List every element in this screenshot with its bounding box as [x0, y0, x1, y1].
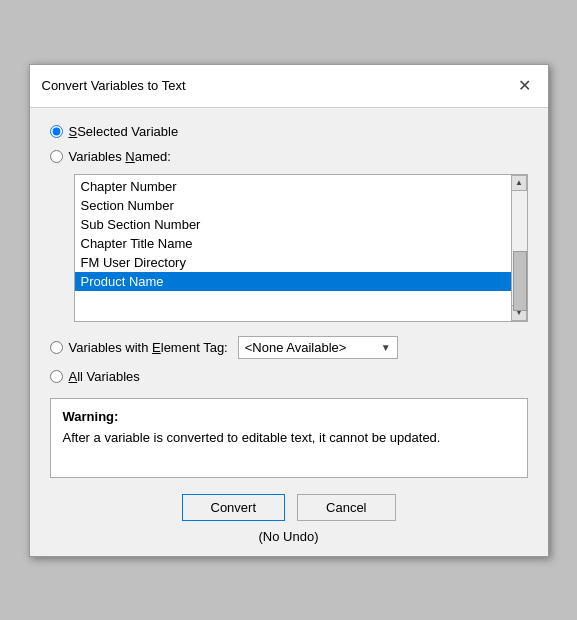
- variables-named-label[interactable]: Variables Named:: [69, 149, 171, 164]
- list-item[interactable]: Chapter Title Name: [75, 234, 511, 253]
- variables-named-row: Variables Named:: [50, 149, 528, 164]
- warning-box: Warning: After a variable is converted t…: [50, 398, 528, 478]
- dialog-title: Convert Variables to Text: [42, 78, 186, 93]
- list-item[interactable]: Chapter Number: [75, 177, 511, 196]
- selected-variable-underline: S: [69, 124, 78, 139]
- selected-variable-label[interactable]: SSelected Variable: [69, 124, 179, 139]
- element-tag-label[interactable]: Variables with Element Tag:: [69, 340, 228, 355]
- dropdown-arrow-icon: ▼: [381, 342, 391, 353]
- list-item[interactable]: Section Number: [75, 196, 511, 215]
- element-tag-row: Variables with Element Tag: <None Availa…: [50, 336, 528, 359]
- dialog-body: SSelected Variable Variables Named: Chap…: [30, 108, 548, 556]
- selected-variable-text: Selected Variable: [77, 124, 178, 139]
- cancel-button[interactable]: Cancel: [297, 494, 395, 521]
- warning-title: Warning:: [63, 409, 515, 424]
- list-item[interactable]: Sub Section Number: [75, 215, 511, 234]
- warning-text: After a variable is converted to editabl…: [63, 428, 515, 448]
- all-underline: A: [69, 369, 78, 384]
- variables-named-radio[interactable]: [50, 150, 63, 163]
- selected-variable-radio[interactable]: [50, 125, 63, 138]
- element-tag-radio[interactable]: [50, 341, 63, 354]
- variables-listbox-container: Chapter Number Section Number Sub Sectio…: [74, 174, 528, 322]
- element-tag-dropdown[interactable]: <None Available> ▼: [238, 336, 398, 359]
- no-undo-label: (No Undo): [50, 529, 528, 544]
- title-bar: Convert Variables to Text ✕: [30, 65, 548, 108]
- scroll-up-arrow[interactable]: ▲: [511, 175, 527, 191]
- list-item[interactable]: FM User Directory: [75, 253, 511, 272]
- button-row: Convert Cancel: [50, 494, 528, 521]
- scrollbar-thumb-area: [512, 191, 527, 305]
- variables-named-underline: N: [125, 149, 134, 164]
- all-variables-radio[interactable]: [50, 370, 63, 383]
- selected-variable-row: SSelected Variable: [50, 124, 528, 139]
- scrollbar[interactable]: ▲ ▼: [511, 175, 527, 321]
- convert-button[interactable]: Convert: [182, 494, 286, 521]
- all-variables-label[interactable]: All Variables: [69, 369, 140, 384]
- all-variables-row: All Variables: [50, 369, 528, 384]
- element-underline: E: [152, 340, 161, 355]
- list-item[interactable]: Product Name: [75, 272, 511, 291]
- dropdown-value: <None Available>: [245, 340, 347, 355]
- variables-listbox[interactable]: Chapter Number Section Number Sub Sectio…: [75, 175, 511, 321]
- close-button[interactable]: ✕: [514, 75, 536, 97]
- scrollbar-thumb[interactable]: [513, 251, 527, 311]
- dialog: Convert Variables to Text ✕ SSelected Va…: [29, 64, 549, 557]
